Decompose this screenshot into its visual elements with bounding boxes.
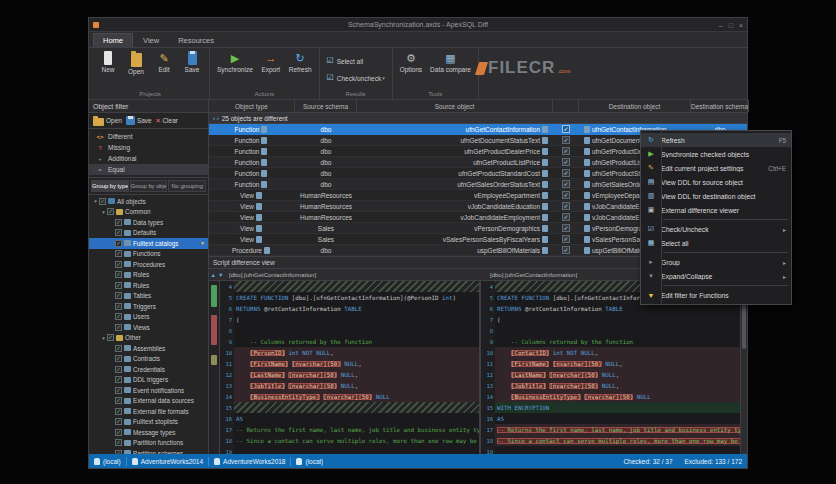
menu-item-expand-collapse[interactable]: ▾Expand/Collapse▸ [641,269,791,283]
code-pane-source[interactable]: 45CREATE FUNCTION [dbo].[ufnGetContactIn… [220,281,479,454]
tree-item-tables[interactable]: ✓Tables [89,291,208,302]
close-button[interactable]: × [739,22,743,29]
group-by-type-button[interactable]: Group by type [91,180,129,192]
menu-item-external-difference-viewer[interactable]: ▣External difference viewer [641,203,791,217]
tree-item-triggers[interactable]: ✓Triggers [89,301,208,312]
check-uncheck-button[interactable]: ☑Check/uncheck▾ [324,70,388,85]
tree-checkbox[interactable]: ✓ [115,261,122,268]
data-compare-button[interactable]: ▦Data compare [427,49,474,89]
row-checkbox[interactable]: ✓ [562,136,570,144]
column-header-checkbox[interactable] [553,100,579,112]
collapse-arrow-icon[interactable]: ▾ [92,198,99,204]
edit-button[interactable]: ✎Edit [151,49,177,89]
next-difference-icon[interactable]: ▲ [211,272,216,278]
menu-item-group[interactable]: ▸Group▸ [641,255,791,269]
previous-difference-icon[interactable]: ▼ [218,272,223,278]
tree-checkbox[interactable]: ✓ [115,366,122,373]
tab-resources[interactable]: Resources [169,34,223,47]
tree-checkbox[interactable]: ✓ [115,408,122,415]
tree-item-message-types[interactable]: ✓Message types [89,427,208,438]
tree-checkbox[interactable]: ✓ [115,313,122,320]
tree-checkbox[interactable]: ✓ [115,292,122,299]
tree-item-event-notifications[interactable]: ✓Event notifications [89,385,208,396]
tree-item-defaults[interactable]: ✓Defaults [89,228,208,239]
menu-item-view-ddl-for-destination-object[interactable]: ▥View DDL for destination object [641,189,791,203]
tab-view[interactable]: View [134,34,168,47]
tree-checkbox[interactable]: ✓ [115,397,122,404]
row-checkbox[interactable]: ✓ [562,235,570,243]
tree-checkbox[interactable]: ✓ [115,324,122,331]
diff-map[interactable] [209,281,220,454]
column-header-destination-schema[interactable]: Destination schema [691,100,749,112]
tree-checkbox[interactable]: ✓ [107,208,114,215]
collapse-arrow-icon[interactable]: ▾ [100,209,107,215]
tree-item-fulltext-catalogs[interactable]: ✓Fulltext catalogs▼ [89,238,208,249]
tree-item-fulltext-stoplists[interactable]: ✓Fulltext stoplists [89,417,208,428]
row-checkbox[interactable]: ✓ [562,224,570,232]
filter-item-equal[interactable]: =Equal [89,164,208,175]
tree-checkbox[interactable]: ✓ [99,198,106,205]
row-checkbox[interactable]: ✓ [562,125,570,133]
tree-item-assemblies[interactable]: ✓Assemblies [89,343,208,354]
tree-item-ddl-triggers[interactable]: ✓DDL triggers [89,375,208,386]
code-pane-destination[interactable]: 45CREATE FUNCTION [dbo].[ufnGetContactIn… [481,281,740,454]
tree-item-functions[interactable]: ✓Functions [89,249,208,260]
menu-item-edit-current-project-settings[interactable]: ✎Edit current project settingsCtrl+E [641,161,791,175]
menu-item-refresh[interactable]: ↻RefreshF5 [641,133,791,147]
tree-item-credentials[interactable]: ✓Credentials [89,364,208,375]
row-checkbox[interactable]: ✓ [562,213,570,221]
column-header-object-type[interactable]: Object type [209,100,295,112]
clear-button[interactable]: ×Clear [156,116,178,125]
menu-item-view-ddl-for-source-object[interactable]: ▤View DDL for source object [641,175,791,189]
open-button[interactable]: Open [123,49,149,89]
menu-item-synchronize-checked-objects[interactable]: ▶Synchronize checked objects [641,147,791,161]
no-grouping-button[interactable]: No grouping [168,180,206,192]
tree-item-common[interactable]: ▾✓Common [89,207,208,218]
open-button[interactable]: Open [93,116,122,126]
tree-item-other[interactable]: ▾✓Other [89,333,208,344]
tree-checkbox[interactable]: ✓ [115,229,122,236]
export-button[interactable]: →Export [258,49,284,89]
maximize-button[interactable]: □ [729,22,733,29]
tree-item-contracts[interactable]: ✓Contracts [89,354,208,365]
tree-checkbox[interactable]: ✓ [115,271,122,278]
tree-checkbox[interactable]: ✓ [115,219,122,226]
filter-item-different[interactable]: <>Different [89,131,208,142]
menu-item-check-uncheck[interactable]: ☑Check/Uncheck▸ [641,222,791,236]
tree-checkbox[interactable]: ✓ [115,345,122,352]
tree-item-roles[interactable]: ✓Roles [89,270,208,281]
minimize-button[interactable]: – [719,22,723,29]
titlebar[interactable]: SchemaSynchronization.axds - ApexSQL Dif… [89,18,747,32]
tree-item-rules[interactable]: ✓Rules [89,280,208,291]
tree-item-external-file-formats[interactable]: ✓External file formats [89,406,208,417]
vertical-scrollbar[interactable] [740,281,747,454]
tree-checkbox[interactable]: ✓ [115,250,122,257]
save-button[interactable]: Save [126,116,152,125]
options-button[interactable]: ⚙Options [397,49,425,89]
status-connection[interactable]: AdventureWorks2014 [132,458,203,465]
synchronize-button[interactable]: ▶Synchronize [214,49,256,89]
tree-item-procedures[interactable]: ✓Procedures [89,259,208,270]
grid-group-row[interactable]: ‹ › 25 objects are different [209,113,747,124]
tree-checkbox[interactable]: ✓ [115,303,122,310]
tree-item-users[interactable]: ✓Users [89,312,208,323]
tree-checkbox[interactable]: ✓ [115,376,122,383]
select-all-button[interactable]: ☑Select all [324,53,367,68]
status-connection[interactable]: (local) [94,458,121,465]
tree-item-partition-functions[interactable]: ✓Partition functions [89,438,208,449]
column-header-source-object[interactable]: Source object [357,100,553,112]
row-checkbox[interactable]: ✓ [562,202,570,210]
row-checkbox[interactable]: ✓ [562,158,570,166]
menu-item-select-all[interactable]: ▦Select all [641,236,791,250]
tree-checkbox[interactable]: ✓ [115,387,122,394]
tree-checkbox[interactable]: ✓ [107,334,114,341]
column-header-destination-object[interactable]: Destination object [579,100,691,112]
filter-item-additional[interactable]: +Additional [89,153,208,164]
tree-item-views[interactable]: ✓Views [89,322,208,333]
row-checkbox[interactable]: ✓ [562,246,570,254]
tree-checkbox[interactable]: ✓ [115,240,122,247]
refresh-button[interactable]: ↻Refresh [286,49,315,89]
collapse-arrow-icon[interactable]: ▾ [100,335,107,341]
tree-checkbox[interactable]: ✓ [115,429,122,436]
status-connection[interactable]: (local) [296,458,323,465]
